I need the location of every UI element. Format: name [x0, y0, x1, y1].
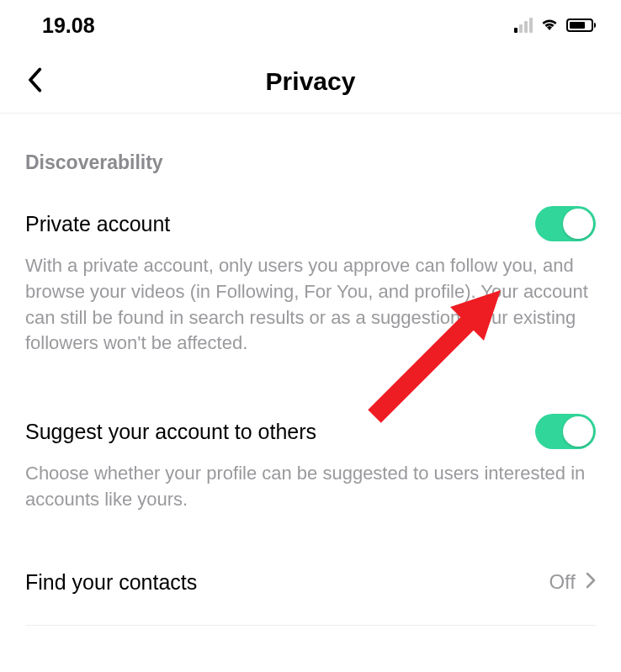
status-icons — [514, 15, 596, 35]
status-time: 19.08 — [42, 13, 95, 38]
private-account-desc: With a private account, only users you a… — [25, 253, 596, 357]
nav-bar: Privacy — [0, 50, 621, 114]
private-account-block: Private account With a private account, … — [25, 206, 596, 357]
find-contacts-value: Off — [549, 570, 576, 594]
status-bar: 19.08 — [0, 0, 621, 50]
divider — [25, 625, 596, 626]
private-account-title: Private account — [25, 212, 170, 236]
section-header-discoverability: Discoverability — [25, 151, 596, 174]
suggest-account-desc: Choose whether your profile can be sugge… — [25, 461, 596, 513]
wifi-icon — [539, 15, 560, 35]
suggest-account-block: Suggest your account to others Choose wh… — [25, 414, 596, 513]
back-button[interactable] — [21, 62, 48, 101]
page-title: Privacy — [266, 67, 356, 96]
suggest-account-title: Suggest your account to others — [25, 420, 316, 444]
chevron-left-icon — [26, 67, 43, 93]
suggest-account-toggle[interactable] — [535, 414, 596, 449]
battery-icon — [566, 19, 596, 32]
find-contacts-title: Find your contacts — [25, 570, 197, 595]
find-contacts-row[interactable]: Find your contacts Off — [25, 570, 596, 595]
chevron-right-icon — [586, 572, 596, 592]
signal-icon — [514, 18, 533, 33]
private-account-toggle[interactable] — [535, 206, 596, 241]
